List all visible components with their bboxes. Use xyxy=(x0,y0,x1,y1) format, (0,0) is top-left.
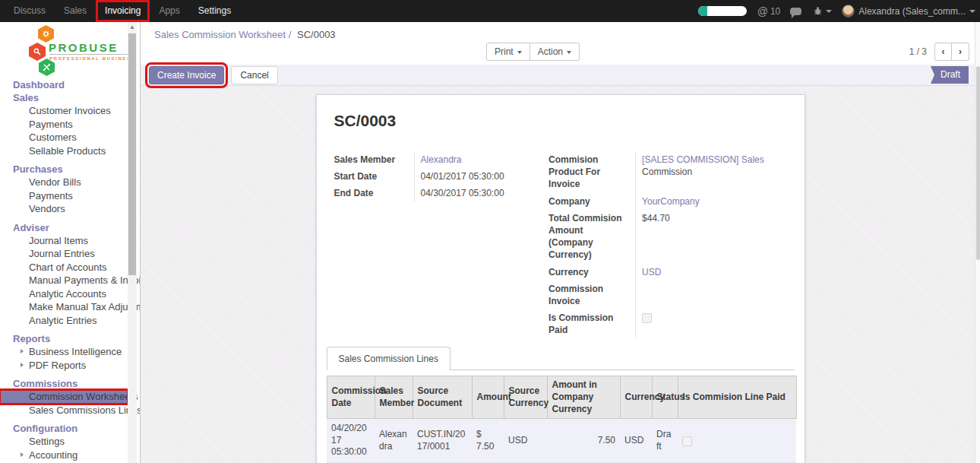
status-badge-draft[interactable]: Draft xyxy=(931,66,969,84)
create-invoice-button[interactable]: Create Invoice xyxy=(149,66,224,84)
action-button-group: Print Action xyxy=(486,43,580,61)
sales-member-cell[interactable]: Alexandra xyxy=(375,419,413,463)
sidebar-item-label: Payments xyxy=(29,119,73,130)
messages-icon[interactable] xyxy=(790,8,801,15)
pager: 1 / 3 ‹ › xyxy=(909,43,969,61)
sidebar-item-customers[interactable]: Customers xyxy=(0,131,128,144)
sidebar-item-make-manual-tax-adjustme[interactable]: Make Manual Tax Adjustme... xyxy=(0,300,128,314)
sidebar-item-label: Sellable Products xyxy=(29,145,106,157)
sidebar-item-vendors[interactable]: Vendors xyxy=(0,202,128,216)
mentions-counter[interactable]: @ 10 xyxy=(757,5,781,17)
sidebar-item-label: PDF Reports xyxy=(29,360,86,371)
col-sales-member[interactable]: Sales Member xyxy=(375,376,413,419)
sidebar-item-label: Chart of Accounts xyxy=(29,262,107,273)
field-label: Sales Member xyxy=(334,151,414,168)
col-amount-company-currency[interactable]: Amount in Company Currency xyxy=(547,376,620,419)
commission-date-cell[interactable]: 04/20/2017 05:30:00 xyxy=(327,419,375,463)
sidebar-section-commissions[interactable]: Commissions xyxy=(0,377,128,390)
status-cell[interactable]: Draft xyxy=(652,419,678,463)
line-paid-cell xyxy=(678,419,796,463)
sidebar-item-analytic-entries[interactable]: Analytic Entries xyxy=(0,314,128,328)
nav-sales[interactable]: Sales xyxy=(55,0,96,22)
commission-line-row[interactable]: 04/20/2017 05:30:00AlexandraCUST.IN/2017… xyxy=(327,419,796,463)
main-scrollbar[interactable] xyxy=(975,22,980,463)
sidebar-item-label: Sales Commissions Lines xyxy=(29,404,141,416)
sidebar-item-pdf-reports[interactable]: PDF Reports xyxy=(0,359,128,373)
sidebar-scrollbar[interactable]: ▲ xyxy=(128,22,137,463)
chevron-down-icon xyxy=(826,10,832,13)
col-source-document[interactable]: Source Document xyxy=(413,376,472,419)
nav-settings[interactable]: Settings xyxy=(189,0,240,22)
sidebar-item-payments[interactable]: Payments xyxy=(0,118,128,132)
field-label: Total Commision Amount (Company Currency… xyxy=(548,210,635,264)
action-button[interactable]: Action xyxy=(530,43,580,61)
sidebar-item-customer-invoices[interactable]: Customer Invoices xyxy=(0,104,128,118)
source-document-cell[interactable]: CUST.IN/2017/0001 xyxy=(413,419,472,463)
record-title: SC/0003 xyxy=(334,112,787,130)
field-sales-member: Sales Member Alexandra xyxy=(334,151,532,168)
sidebar-item-commission-worksheets[interactable]: Commission Worksheets xyxy=(0,390,128,404)
field-label: Commission Invoice xyxy=(548,281,635,309)
sidebar-item-sellable-products[interactable]: Sellable Products xyxy=(0,144,128,158)
commission-invoice-value xyxy=(635,281,786,309)
sidebar-item-manual-payments-invoice[interactable]: Manual Payments & Invoice... xyxy=(0,274,128,287)
col-source-currency[interactable]: Source Currency xyxy=(504,376,547,419)
line-paid-checkbox[interactable] xyxy=(682,436,692,446)
debug-menu[interactable] xyxy=(813,6,832,16)
col-currency[interactable]: Currency xyxy=(620,376,652,419)
sidebar-section-dashboard[interactable]: Dashboard xyxy=(0,78,128,91)
chevron-down-icon xyxy=(969,10,975,13)
at-icon: @ xyxy=(757,5,768,17)
is-commission-paid-checkbox[interactable] xyxy=(642,313,652,323)
nav-invoicing[interactable]: Invoicing xyxy=(96,0,150,22)
sidebar-item-journal-entries[interactable]: Journal Entries xyxy=(0,247,128,261)
sidebar-section-purchases[interactable]: Purchases xyxy=(0,163,128,176)
col-is-commission-line-paid[interactable]: Is Commision Line Paid xyxy=(678,376,796,419)
end-date-value: 04/30/2017 05:30:00 xyxy=(414,185,532,201)
amount-cell[interactable]: $ 7.50 xyxy=(472,419,504,463)
breadcrumb-current: SC/0003 xyxy=(297,29,336,40)
tab-sales-commission-lines[interactable]: Sales Commission Lines xyxy=(327,347,450,370)
sidebar-item-label: Analytic Accounts xyxy=(29,288,106,300)
nav-discuss[interactable]: Discuss xyxy=(5,0,55,22)
scrollbar-thumb[interactable] xyxy=(976,66,980,260)
print-button[interactable]: Print xyxy=(486,43,530,61)
col-amount[interactable]: Amount xyxy=(472,376,504,419)
sidebar-section-adviser[interactable]: Adviser xyxy=(0,221,128,234)
sidebar-item-chart-of-accounts[interactable]: Chart of Accounts xyxy=(0,261,128,274)
sidebar-section-reports[interactable]: Reports xyxy=(0,332,128,345)
nav-apps[interactable]: Apps xyxy=(150,0,188,22)
commission-product-link[interactable]: [SALES COMMISSION] Sales xyxy=(642,154,764,165)
timer-progress-fill xyxy=(698,6,707,16)
sidebar-item-label: Vendors xyxy=(29,203,65,214)
sidebar-item-journal-items[interactable]: Journal Items xyxy=(0,234,128,248)
tools-icon xyxy=(39,59,55,76)
sidebar-section-sales[interactable]: Sales xyxy=(0,91,128,104)
pager-next-button[interactable]: › xyxy=(952,43,969,61)
company-link[interactable]: YourCompany xyxy=(642,196,700,207)
user-menu[interactable]: Alexandra (Sales_comm... xyxy=(842,5,975,17)
sidebar-item-accounting[interactable]: Accounting xyxy=(0,449,128,462)
pager-previous-button[interactable]: ‹ xyxy=(934,43,952,61)
commission-product-rest: Commission xyxy=(642,166,786,178)
scrollbar-thumb[interactable] xyxy=(128,33,136,275)
avatar xyxy=(842,5,855,17)
sidebar-item-payments[interactable]: Payments xyxy=(0,189,128,203)
sales-member-link[interactable]: Alexandra xyxy=(421,154,462,165)
amount-company-cell[interactable]: 7.50 xyxy=(547,419,620,463)
sidebar-item-analytic-accounts[interactable]: Analytic Accounts xyxy=(0,287,128,301)
sidebar-item-business-intelligence[interactable]: Business Intelligence xyxy=(0,345,128,359)
currency-cell[interactable]: USD xyxy=(620,419,652,463)
source-currency-cell[interactable]: USD xyxy=(504,419,547,463)
cancel-button[interactable]: Cancel xyxy=(231,66,277,84)
currency-link[interactable]: USD xyxy=(642,267,661,277)
breadcrumb-parent[interactable]: Sales Commission Worksheet / xyxy=(154,29,291,40)
scroll-up-arrow-icon[interactable]: ▲ xyxy=(128,22,137,33)
expand-arrow-icon xyxy=(21,452,24,457)
sidebar-item-sales-commissions-lines[interactable]: Sales Commissions Lines xyxy=(0,404,128,417)
sidebar-item-vendor-bills[interactable]: Vendor Bills xyxy=(0,176,128,189)
sidebar-section-configuration[interactable]: Configuration xyxy=(0,422,128,435)
col-commission-date[interactable]: Commission Date xyxy=(327,376,375,419)
sidebar-item-label: Manual Payments & Invoice... xyxy=(29,274,141,286)
sidebar-item-settings[interactable]: Settings xyxy=(0,435,128,449)
